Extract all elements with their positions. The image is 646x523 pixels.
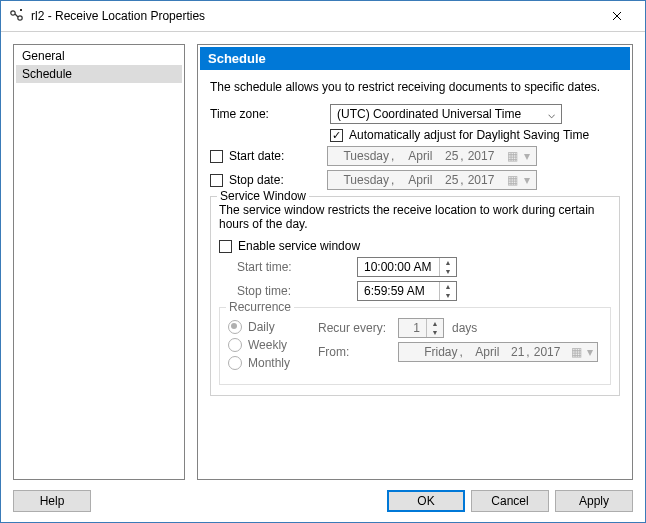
start-time-spinner[interactable]: 10:00:00 AM ▲▼ [357, 257, 457, 277]
recur-from-picker[interactable]: Friday, April 21, 2017 ▦ ▾ [398, 342, 598, 362]
calendar-icon: ▦ [568, 345, 585, 359]
stop-date-checkbox[interactable] [210, 174, 223, 187]
section-header: Schedule [200, 47, 630, 70]
recurrence-monthly-radio[interactable] [228, 356, 242, 370]
stop-date-picker[interactable]: Tuesday, April 25, 2017 ▦ ▾ [327, 170, 537, 190]
stop-date-label: Stop date: [229, 173, 327, 187]
recurrence-group: Recurrence Daily Weekly Monthly Recur ev… [219, 307, 611, 385]
recurrence-legend: Recurrence [226, 300, 294, 314]
enable-service-window-label: Enable service window [238, 239, 360, 253]
app-icon [9, 8, 25, 24]
recurrence-weekly-radio[interactable] [228, 338, 242, 352]
sidebar-item-schedule[interactable]: Schedule [16, 65, 182, 83]
chevron-down-icon: ▾ [585, 345, 595, 359]
dst-label: Automatically adjust for Daylight Saving… [349, 128, 589, 142]
service-window-legend: Service Window [217, 189, 309, 203]
recur-every-label: Recur every: [318, 321, 398, 335]
recur-every-unit: days [452, 321, 477, 335]
recurrence-daily-radio[interactable] [228, 320, 242, 334]
chevron-down-icon: ▾ [522, 173, 532, 187]
window-title: rl2 - Receive Location Properties [31, 9, 597, 23]
calendar-icon: ▦ [504, 173, 522, 187]
start-date-picker[interactable]: Tuesday, April 25, 2017 ▦ ▾ [327, 146, 537, 166]
timezone-value: (UTC) Coordinated Universal Time [337, 107, 543, 121]
dst-checkbox[interactable] [330, 129, 343, 142]
start-date-checkbox[interactable] [210, 150, 223, 163]
spin-up-icon: ▲ [440, 282, 456, 291]
dialog-body: General Schedule Schedule The schedule a… [1, 32, 645, 522]
service-window-group: Service Window The service window restri… [210, 196, 620, 396]
spin-up-icon: ▲ [440, 258, 456, 267]
recurrence-weekly-label: Weekly [248, 338, 287, 352]
stop-time-spinner[interactable]: 6:59:59 AM ▲▼ [357, 281, 457, 301]
service-window-desc: The service window restricts the receive… [219, 203, 611, 231]
chevron-down-icon: ⌵ [543, 107, 559, 121]
spin-up-icon: ▲ [427, 319, 443, 328]
apply-button[interactable]: Apply [555, 490, 633, 512]
close-button[interactable] [597, 1, 637, 31]
recur-from-label: From: [318, 345, 398, 359]
start-time-label: Start time: [219, 260, 357, 274]
start-date-label: Start date: [229, 149, 327, 163]
spin-down-icon: ▼ [427, 328, 443, 337]
content-panel: Schedule The schedule allows you to rest… [197, 44, 633, 480]
timezone-combobox[interactable]: (UTC) Coordinated Universal Time ⌵ [330, 104, 562, 124]
recurrence-daily-label: Daily [248, 320, 275, 334]
main-area: General Schedule Schedule The schedule a… [13, 44, 633, 480]
svg-point-1 [18, 16, 22, 20]
timezone-label: Time zone: [210, 107, 330, 121]
sidebar-item-general[interactable]: General [16, 47, 182, 65]
calendar-icon: ▦ [504, 149, 522, 163]
spin-down-icon: ▼ [440, 267, 456, 276]
spin-down-icon: ▼ [440, 291, 456, 300]
category-sidebar: General Schedule [13, 44, 185, 480]
chevron-down-icon: ▾ [522, 149, 532, 163]
enable-service-window-checkbox[interactable] [219, 240, 232, 253]
section-description: The schedule allows you to restrict rece… [210, 80, 620, 94]
recur-every-spinner[interactable]: 1 ▲▼ [398, 318, 444, 338]
stop-time-label: Stop time: [219, 284, 357, 298]
title-bar: rl2 - Receive Location Properties [1, 1, 645, 32]
svg-point-0 [11, 11, 15, 15]
recurrence-monthly-label: Monthly [248, 356, 290, 370]
help-button[interactable]: Help [13, 490, 91, 512]
dialog-window: rl2 - Receive Location Properties Genera… [0, 0, 646, 523]
ok-button[interactable]: OK [387, 490, 465, 512]
dialog-footer: Help OK Cancel Apply [13, 480, 633, 512]
cancel-button[interactable]: Cancel [471, 490, 549, 512]
